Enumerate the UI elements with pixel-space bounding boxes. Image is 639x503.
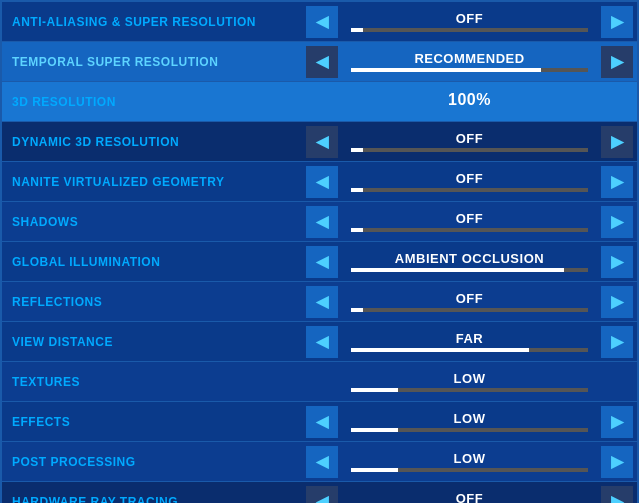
label-hardware-ray-tracing: HARDWARE RAY TRACING <box>2 495 302 504</box>
label-dynamic-3d-resolution: DYNAMIC 3D RESOLUTION <box>2 135 302 149</box>
bar-track-temporal-super-resolution <box>351 68 588 72</box>
arrow-left-post-processing[interactable]: ◀ <box>306 446 338 478</box>
value-text-effects: LOW <box>454 412 486 425</box>
value-text-shadows: OFF <box>456 212 484 225</box>
value-text-anti-aliasing: OFF <box>456 12 484 25</box>
value-container-reflections: OFF <box>338 282 601 321</box>
value-container-anti-aliasing: OFF <box>338 2 601 41</box>
bar-track-shadows <box>351 228 588 232</box>
value-container-hardware-ray-tracing: OFF <box>338 482 601 503</box>
setting-row-temporal-super-resolution: TEMPORAL SUPER RESOLUTION◀RECOMMENDED▶ <box>2 42 637 82</box>
setting-row-nanite: NANITE VIRTUALIZED GEOMETRY◀OFF▶ <box>2 162 637 202</box>
arrow-left-temporal-super-resolution[interactable]: ◀ <box>306 46 338 78</box>
setting-row-view-distance: VIEW DISTANCE◀FAR▶ <box>2 322 637 362</box>
value-container-textures: LOW <box>338 362 601 401</box>
setting-row-post-processing: POST PROCESSING◀LOW▶ <box>2 442 637 482</box>
arrow-right-effects[interactable]: ▶ <box>601 406 633 438</box>
bar-track-view-distance <box>351 348 588 352</box>
setting-row-effects: EFFECTS◀LOW▶ <box>2 402 637 442</box>
arrow-left-hardware-ray-tracing[interactable]: ◀ <box>306 486 338 504</box>
bar-track-effects <box>351 428 588 432</box>
control-temporal-super-resolution: ◀RECOMMENDED▶ <box>302 42 637 81</box>
bar-track-global-illumination <box>351 268 588 272</box>
value-text-nanite: OFF <box>456 172 484 185</box>
value-container-temporal-super-resolution: RECOMMENDED <box>338 42 601 81</box>
arrow-left-anti-aliasing[interactable]: ◀ <box>306 6 338 38</box>
value-text-textures: LOW <box>454 372 486 385</box>
label-textures: TEXTURES <box>2 375 302 389</box>
label-view-distance: VIEW DISTANCE <box>2 335 302 349</box>
value-container-view-distance: FAR <box>338 322 601 361</box>
label-effects: EFFECTS <box>2 415 302 429</box>
label-anti-aliasing: ANTI-ALIASING & SUPER RESOLUTION <box>2 15 302 29</box>
arrow-right-anti-aliasing[interactable]: ▶ <box>601 6 633 38</box>
arrow-right-reflections[interactable]: ▶ <box>601 286 633 318</box>
arrow-right-temporal-super-resolution[interactable]: ▶ <box>601 46 633 78</box>
arrow-left-global-illumination[interactable]: ◀ <box>306 246 338 278</box>
control-effects: ◀LOW▶ <box>302 402 637 441</box>
arrow-left-view-distance[interactable]: ◀ <box>306 326 338 358</box>
label-global-illumination: GLOBAL ILLUMINATION <box>2 255 302 269</box>
value-container-effects: LOW <box>338 402 601 441</box>
bar-fill-post-processing <box>351 468 398 472</box>
label-post-processing: POST PROCESSING <box>2 455 302 469</box>
label-temporal-super-resolution: TEMPORAL SUPER RESOLUTION <box>2 55 302 69</box>
arrow-right-dynamic-3d-resolution[interactable]: ▶ <box>601 126 633 158</box>
value-container-shadows: OFF <box>338 202 601 241</box>
control-dynamic-3d-resolution: ◀OFF▶ <box>302 122 637 161</box>
value-container-global-illumination: AMBIENT OCCLUSION <box>338 242 601 281</box>
value-container-post-processing: LOW <box>338 442 601 481</box>
bar-fill-dynamic-3d-resolution <box>351 148 363 152</box>
value-container-3d-resolution: 100% <box>302 82 637 121</box>
control-nanite: ◀OFF▶ <box>302 162 637 201</box>
value-text-reflections: OFF <box>456 292 484 305</box>
label-nanite: NANITE VIRTUALIZED GEOMETRY <box>2 175 302 189</box>
value-container-nanite: OFF <box>338 162 601 201</box>
arrow-left-nanite[interactable]: ◀ <box>306 166 338 198</box>
control-shadows: ◀OFF▶ <box>302 202 637 241</box>
bar-track-anti-aliasing <box>351 28 588 32</box>
arrow-right-shadows[interactable]: ▶ <box>601 206 633 238</box>
bar-track-post-processing <box>351 468 588 472</box>
setting-row-hardware-ray-tracing: HARDWARE RAY TRACING◀OFF▶ <box>2 482 637 503</box>
setting-row-anti-aliasing: ANTI-ALIASING & SUPER RESOLUTION◀OFF▶ <box>2 2 637 42</box>
arrow-right-view-distance[interactable]: ▶ <box>601 326 633 358</box>
arrow-left-shadows[interactable]: ◀ <box>306 206 338 238</box>
value-text-dynamic-3d-resolution: OFF <box>456 132 484 145</box>
arrow-left-effects[interactable]: ◀ <box>306 406 338 438</box>
setting-row-reflections: REFLECTIONS◀OFF▶ <box>2 282 637 322</box>
bar-track-dynamic-3d-resolution <box>351 148 588 152</box>
setting-row-global-illumination: GLOBAL ILLUMINATION◀AMBIENT OCCLUSION▶ <box>2 242 637 282</box>
arrow-right-global-illumination[interactable]: ▶ <box>601 246 633 278</box>
label-shadows: SHADOWS <box>2 215 302 229</box>
control-textures: LOW <box>302 362 637 401</box>
bar-fill-global-illumination <box>351 268 564 272</box>
value-text-temporal-super-resolution: RECOMMENDED <box>414 52 524 65</box>
bar-fill-nanite <box>351 188 363 192</box>
label-reflections: REFLECTIONS <box>2 295 302 309</box>
arrow-right-hardware-ray-tracing[interactable]: ▶ <box>601 486 633 504</box>
arrow-right-post-processing[interactable]: ▶ <box>601 446 633 478</box>
bar-track-reflections <box>351 308 588 312</box>
arrow-right-nanite[interactable]: ▶ <box>601 166 633 198</box>
bar-track-nanite <box>351 188 588 192</box>
bar-fill-anti-aliasing <box>351 28 363 32</box>
bar-fill-effects <box>351 428 398 432</box>
control-anti-aliasing: ◀OFF▶ <box>302 2 637 41</box>
setting-row-dynamic-3d-resolution: DYNAMIC 3D RESOLUTION◀OFF▶ <box>2 122 637 162</box>
value-text-hardware-ray-tracing: OFF <box>456 492 484 504</box>
bar-fill-temporal-super-resolution <box>351 68 540 72</box>
control-3d-resolution: 100% <box>302 82 637 121</box>
setting-row-shadows: SHADOWS◀OFF▶ <box>2 202 637 242</box>
arrow-left-reflections[interactable]: ◀ <box>306 286 338 318</box>
control-global-illumination: ◀AMBIENT OCCLUSION▶ <box>302 242 637 281</box>
value-text-3d-resolution: 100% <box>448 92 491 108</box>
control-post-processing: ◀LOW▶ <box>302 442 637 481</box>
setting-row-3d-resolution: 3D RESOLUTION100% <box>2 82 637 122</box>
bar-fill-reflections <box>351 308 363 312</box>
value-text-view-distance: FAR <box>456 332 484 345</box>
value-container-dynamic-3d-resolution: OFF <box>338 122 601 161</box>
label-3d-resolution: 3D RESOLUTION <box>2 95 302 109</box>
value-text-global-illumination: AMBIENT OCCLUSION <box>395 252 544 265</box>
arrow-left-dynamic-3d-resolution[interactable]: ◀ <box>306 126 338 158</box>
